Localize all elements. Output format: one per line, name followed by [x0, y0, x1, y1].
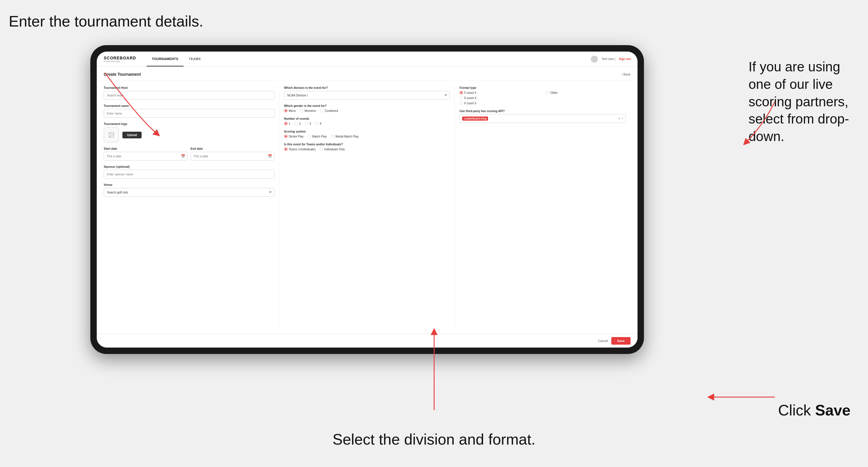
start-date-label: Start date: [104, 147, 188, 150]
sponsor-input[interactable]: [104, 170, 275, 179]
radio-match-circle: [308, 134, 311, 138]
radio-combined-circle: [320, 109, 323, 113]
gender-group: Which gender is the event for? Mens Wome…: [284, 104, 450, 113]
teams-group: Is this event for Teams and/or Individua…: [284, 143, 450, 151]
form-col-2: Which division is the event for? NCAA Di…: [279, 86, 455, 328]
annotation-bottom-center: Select the division and format.: [333, 430, 535, 449]
teams-plus-individuals[interactable]: Teams (+Individuals): [284, 148, 315, 151]
format-6count5[interactable]: 6 count 5: [460, 101, 539, 105]
start-date-wrap: 📅: [104, 152, 188, 160]
gender-combined[interactable]: Combined: [320, 109, 338, 113]
format-5count4[interactable]: 5 count 4: [460, 91, 539, 94]
dates-group: Start date 📅 End date 📅: [104, 147, 275, 160]
date-row: Start date 📅 End date 📅: [104, 147, 275, 160]
nav-bar: SCOREBOARD Powered by Clipp TOURNAMENTS …: [97, 52, 638, 67]
logo-subtext: Powered by Clipp: [104, 60, 136, 62]
sponsor-group: Sponsor (optional): [104, 165, 275, 179]
radio-r4-circle: [315, 122, 318, 125]
scoring-stroke[interactable]: Stroke Play: [284, 134, 304, 138]
form-footer: Cancel Save: [97, 334, 638, 348]
form-body: Tournament Host Tournament name Tourname…: [97, 81, 638, 334]
radio-mens-circle: [284, 109, 287, 113]
venue-select-wrap: Search golf club: [104, 188, 275, 197]
venue-label: Venue: [104, 183, 275, 186]
api-clear-button[interactable]: × ÷: [618, 117, 623, 121]
radio-medal-circle: [331, 134, 334, 138]
nav-tab-teams[interactable]: TEAMS: [184, 52, 206, 66]
radio-r1-circle: [284, 122, 287, 125]
rounds-group: Number of rounds 1 2: [284, 117, 450, 125]
format-other[interactable]: Other: [546, 91, 626, 94]
scoring-group: Scoring system Stroke Play Match Play: [284, 130, 450, 138]
individuals-only[interactable]: Individuals Only: [320, 148, 345, 151]
end-date-input[interactable]: [191, 152, 275, 160]
tablet-frame: SCOREBOARD Powered by Clipp TOURNAMENTS …: [90, 45, 644, 354]
scoring-radio-group: Stroke Play Match Play Medal Match Play: [284, 134, 450, 138]
radio-teams-circle: [284, 148, 287, 151]
logo-text: SCOREBOARD: [104, 56, 136, 60]
scoring-match[interactable]: Match Play: [308, 134, 327, 138]
rounds-1[interactable]: 1: [284, 122, 290, 125]
format-type-label: Format type: [460, 86, 626, 89]
arrow-to-api-dropdown: [716, 96, 804, 154]
radio-6c5-circle: [460, 101, 463, 105]
content-area: Create Tournament ‹ Back Tournament Host…: [97, 67, 638, 348]
annotation-top-left: Enter the tournament details.: [9, 12, 204, 31]
end-date-wrap: 📅: [191, 152, 275, 160]
format-type-group: Format type 5 count 4 Other: [460, 86, 626, 105]
division-select[interactable]: NCAA Division I: [284, 91, 450, 100]
arrow-to-division: [431, 329, 437, 416]
nav-tabs: TOURNAMENTS TEAMS: [147, 52, 206, 66]
radio-individuals-circle: [320, 148, 323, 151]
scoring-medal[interactable]: Medal Match Play: [331, 134, 359, 138]
radio-womens-circle: [300, 109, 303, 113]
radio-r2-circle: [294, 122, 298, 125]
radio-stroke-circle: [284, 134, 287, 138]
rounds-label: Number of rounds: [284, 117, 450, 120]
sponsor-label: Sponsor (optional): [104, 165, 275, 168]
nav-right: Test User | Sign out: [591, 56, 630, 63]
scoring-label: Scoring system: [284, 130, 450, 133]
save-button[interactable]: Save: [611, 337, 630, 345]
format-type-grid: 5 count 4 Other 6 count 4: [460, 91, 626, 105]
api-group: Use third-party live scoring API? Leader…: [460, 110, 626, 123]
radio-other-circle: [546, 91, 549, 94]
venue-select[interactable]: Search golf club: [104, 188, 275, 197]
signout-link[interactable]: Sign out: [619, 57, 630, 61]
gender-radio-group: Mens Womens Combined: [284, 109, 450, 113]
gender-label: Which gender is the event for?: [284, 104, 450, 107]
nav-logo: SCOREBOARD Powered by Clipp: [104, 56, 136, 62]
page-header: Create Tournament ‹ Back: [97, 67, 638, 81]
user-label: Test User |: [601, 57, 615, 61]
gender-womens[interactable]: Womens: [300, 109, 316, 113]
arrow-to-save: [705, 388, 781, 406]
radio-6c4-circle: [460, 96, 463, 100]
tablet-screen: SCOREBOARD Powered by Clipp TOURNAMENTS …: [97, 52, 638, 348]
division-group: Which division is the event for? NCAA Di…: [284, 86, 450, 100]
annotation-bottom-right: Click Save: [778, 401, 850, 421]
api-label: Use third-party live scoring API?: [460, 110, 626, 113]
rounds-radio-group: 1 2 3 4: [284, 122, 450, 125]
gender-mens[interactable]: Mens: [284, 109, 296, 113]
format-6count4[interactable]: 6 count 4: [460, 96, 539, 100]
division-label: Which division is the event for?: [284, 86, 450, 89]
venue-group: Venue Search golf club: [104, 183, 275, 197]
rounds-3[interactable]: 3: [305, 122, 311, 125]
form-col-3: Format type 5 count 4 Other: [455, 86, 630, 328]
teams-radio-group: Teams (+Individuals) Individuals Only: [284, 148, 450, 151]
back-button[interactable]: ‹ Back: [621, 72, 630, 76]
end-date-group: End date 📅: [191, 147, 275, 160]
teams-label: Is this event for Teams and/or Individua…: [284, 143, 450, 146]
api-tag: Leaderboard King: [462, 117, 488, 121]
radio-r3-circle: [305, 122, 308, 125]
start-date-input[interactable]: [104, 152, 188, 160]
start-date-group: Start date 📅: [104, 147, 188, 160]
end-date-label: End date: [191, 147, 275, 150]
nav-tab-tournaments[interactable]: TOURNAMENTS: [147, 52, 184, 66]
api-field[interactable]: Leaderboard King × ÷: [460, 114, 626, 123]
arrow-to-search-team: [58, 67, 169, 140]
cancel-button[interactable]: Cancel: [598, 339, 608, 343]
rounds-2[interactable]: 2: [294, 122, 301, 125]
rounds-4[interactable]: 4: [315, 122, 321, 125]
avatar: [591, 56, 598, 63]
